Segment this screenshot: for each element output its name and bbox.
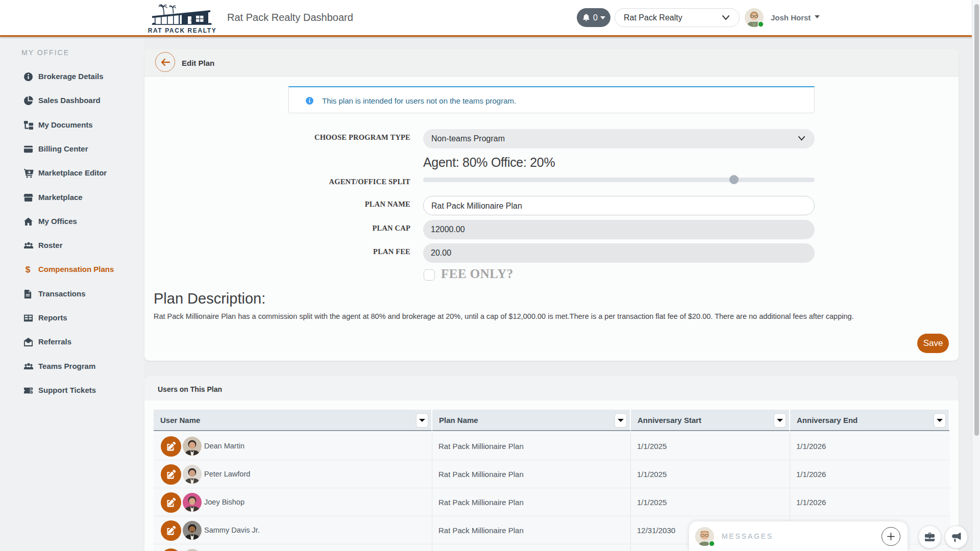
- svg-text:$: $: [26, 265, 31, 274]
